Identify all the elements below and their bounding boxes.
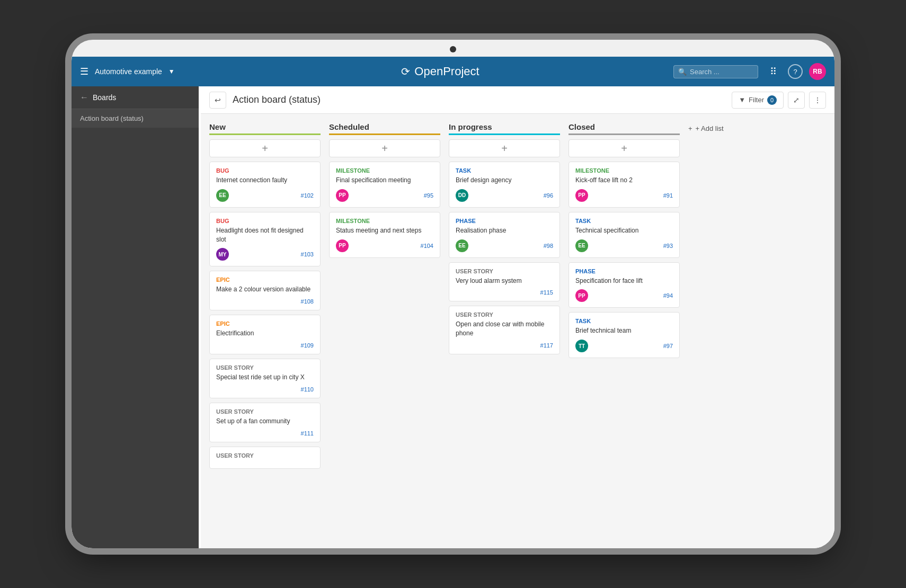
column-in-progress: In progress+TASKBrief design agencyDD#96… <box>449 122 560 354</box>
help-icon-btn[interactable]: ? <box>788 64 803 79</box>
card[interactable]: USER STORYOpen and close car with mobile… <box>449 306 560 354</box>
sidebar-back-icon[interactable]: ← <box>80 93 88 102</box>
navbar-left: ☰ Automotive example ▼ <box>80 66 207 77</box>
navbar: ☰ Automotive example ▼ ⟳ OpenProject 🔍 ⠿… <box>72 57 834 86</box>
card[interactable]: EPICElectrification#109 <box>209 315 321 354</box>
card[interactable]: USER STORYSpecial test ride set up in ci… <box>209 359 321 398</box>
column-header-new: New <box>209 122 321 135</box>
logo: ⟳ OpenProject <box>401 65 479 78</box>
card[interactable]: TASKBrief technical teamTT#97 <box>569 312 680 358</box>
card-footer: PP#104 <box>336 239 433 252</box>
card[interactable]: TASKTechnical specificationEE#93 <box>569 212 680 258</box>
search-box[interactable]: 🔍 <box>673 65 758 78</box>
card-id: #94 <box>663 292 673 299</box>
add-list-label: + Add list <box>696 124 724 132</box>
card-footer: PP#95 <box>336 189 433 202</box>
card-type-label: EPIC <box>216 277 314 283</box>
card[interactable]: EPICMake a 2 colour version available#10… <box>209 271 321 310</box>
column-header-in-progress: In progress <box>449 122 560 135</box>
card-id: #117 <box>540 342 553 349</box>
column-closed: Closed+MILESTONEKick-off face lift no 2P… <box>569 122 680 358</box>
fullscreen-button[interactable]: ⤢ <box>788 92 805 109</box>
add-card-button-new[interactable]: + <box>209 139 321 157</box>
card[interactable]: PHASERealisation phaseEE#98 <box>449 212 560 258</box>
sidebar-item-label: Action board (status) <box>80 114 144 122</box>
card-type-label: TASK <box>575 218 673 224</box>
card-title: Kick-off face lift no 2 <box>575 176 673 185</box>
card[interactable]: BUGInternet connection faultyEE#102 <box>209 162 321 208</box>
card[interactable]: TASKBrief design agencyDD#96 <box>449 162 560 208</box>
card-footer: MY#103 <box>216 248 314 261</box>
project-dropdown-icon[interactable]: ▼ <box>168 68 175 75</box>
card[interactable]: MILESTONEKick-off face lift no 2PP#91 <box>569 162 680 208</box>
back-button[interactable]: ↩ <box>209 92 226 109</box>
card-avatar: EE <box>456 239 468 252</box>
logo-text: OpenProject <box>414 65 479 78</box>
card-title: Open and close car with mobile phone <box>456 320 553 338</box>
column-scheduled: Scheduled+MILESTONEFinal specification m… <box>329 122 440 258</box>
card-type-label: TASK <box>575 318 673 324</box>
add-list-button[interactable]: + + Add list <box>688 122 724 540</box>
card-title: Headlight does not fit designed slot <box>216 226 314 244</box>
card-avatar: EE <box>575 239 588 252</box>
card-id: #95 <box>424 192 433 199</box>
card-footer: EE#98 <box>456 239 553 252</box>
user-avatar[interactable]: RB <box>809 63 826 80</box>
card-id: #102 <box>301 192 314 199</box>
card[interactable]: USER STORYSet up of a fan community#111 <box>209 403 321 442</box>
search-icon: 🔍 <box>678 68 687 76</box>
card-avatar: MY <box>216 248 229 261</box>
card-footer: #111 <box>216 430 314 436</box>
card-title: Realisation phase <box>456 226 553 235</box>
card-id: #93 <box>663 243 673 249</box>
card-id: #115 <box>540 289 553 296</box>
card-id: #110 <box>301 386 314 393</box>
card[interactable]: MILESTONEStatus meeting and next stepsPP… <box>329 212 440 258</box>
card-title: Set up of a fan community <box>216 417 314 426</box>
add-card-button-scheduled[interactable]: + <box>329 139 440 157</box>
card-type-label: USER STORY <box>456 268 553 274</box>
more-options-button[interactable]: ⋮ <box>809 92 826 109</box>
card-title: Brief technical team <box>575 326 673 335</box>
card-footer: PP#91 <box>575 189 673 202</box>
main-layout: ← Boards Action board (status) ↩ Action … <box>72 86 834 548</box>
card-footer: DD#96 <box>456 189 553 202</box>
card-avatar: PP <box>575 289 588 302</box>
add-card-button-closed[interactable]: + <box>569 139 680 157</box>
add-card-button-in-progress[interactable]: + <box>449 139 560 157</box>
hamburger-icon[interactable]: ☰ <box>80 66 88 77</box>
filter-count-badge: 0 <box>767 95 777 105</box>
card[interactable]: MILESTONEFinal specification meetingPP#9… <box>329 162 440 208</box>
card-title: Make a 2 colour version available <box>216 285 314 294</box>
card-avatar: PP <box>336 239 349 252</box>
card-avatar: PP <box>575 189 588 202</box>
card[interactable]: BUGHeadlight does not fit designed slotM… <box>209 212 321 267</box>
card-avatar: PP <box>336 189 349 202</box>
search-input[interactable] <box>690 68 753 76</box>
card-avatar: TT <box>575 340 588 352</box>
column-new: New+BUGInternet connection faultyEE#102B… <box>209 122 321 469</box>
column-header-scheduled: Scheduled <box>329 122 440 135</box>
card-type-label: BUG <box>216 167 314 174</box>
card[interactable]: USER STORYVery loud alarm system#115 <box>449 262 560 302</box>
card[interactable]: PHASESpecification for face liftPP#94 <box>569 262 680 308</box>
project-name[interactable]: Automotive example <box>95 67 162 76</box>
sidebar: ← Boards Action board (status) <box>72 86 199 548</box>
card-title: Technical specification <box>575 226 673 235</box>
card-footer: #117 <box>456 342 553 349</box>
sidebar-item-action-board[interactable]: Action board (status) <box>72 109 199 128</box>
card-footer: #110 <box>216 386 314 393</box>
card-id: #104 <box>421 243 433 249</box>
grid-icon-btn[interactable]: ⠿ <box>765 63 781 80</box>
card-footer: #108 <box>216 298 314 305</box>
card[interactable]: USER STORY <box>209 447 321 469</box>
card-avatar: DD <box>456 189 468 202</box>
card-footer: PP#94 <box>575 289 673 302</box>
card-title: Brief design agency <box>456 176 553 185</box>
card-title: Electrification <box>216 329 314 338</box>
camera-dot <box>450 46 456 52</box>
column-header-closed: Closed <box>569 122 680 135</box>
filter-button[interactable]: ▼ Filter 0 <box>732 92 784 109</box>
card-type-label: MILESTONE <box>575 167 673 174</box>
card-title: Specification for face lift <box>575 277 673 286</box>
